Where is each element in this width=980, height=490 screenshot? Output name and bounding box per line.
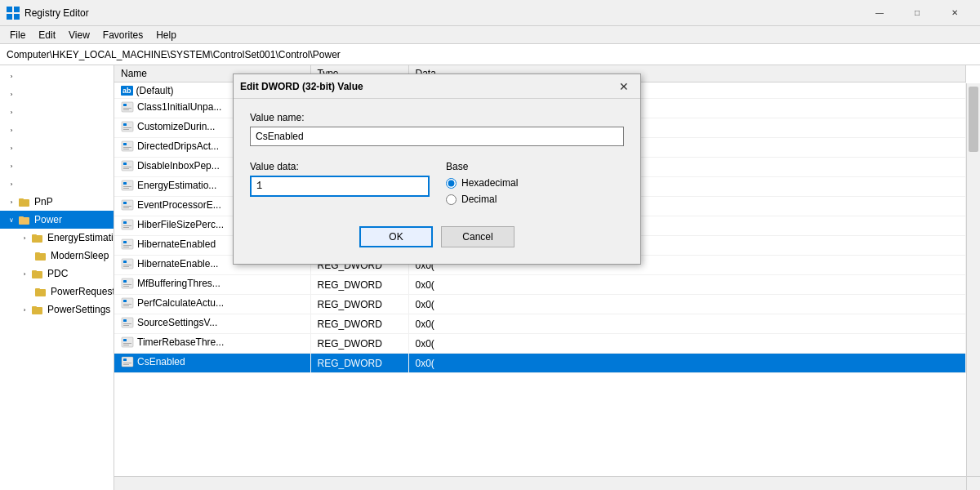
ps-arrow: ›: [20, 306, 29, 314]
menu-bar: File Edit View Favorites Help: [0, 26, 980, 44]
ps-label: PowerSettings: [47, 304, 110, 315]
energy-arrow: ›: [20, 234, 29, 242]
ps-folder-icon: [31, 304, 44, 315]
svg-rect-3: [14, 14, 20, 20]
pnp-label: PnP: [34, 196, 53, 207]
menu-file[interactable]: File: [3, 28, 32, 42]
window-controls: — □ ✕: [861, 0, 973, 26]
svg-rect-0: [7, 7, 12, 12]
pr-label: PowerRequestOverride: [51, 286, 114, 297]
right-pane: Name Type Data ab(Default)REG_SZ(valu Cl…: [114, 65, 980, 490]
title-bar: Registry Editor — □ ✕: [0, 0, 980, 26]
radio-decimal[interactable]: Decimal: [446, 194, 518, 205]
radio-hexadecimal[interactable]: Hexadecimal: [446, 177, 518, 189]
tree-stub-2: ›: [0, 85, 114, 103]
ms-label: ModernSleep: [51, 250, 109, 261]
ms-folder-icon: [34, 250, 47, 261]
value-name-label: Value name:: [250, 112, 624, 123]
ok-button[interactable]: OK: [359, 226, 433, 247]
cancel-button[interactable]: Cancel: [441, 226, 514, 247]
arrow-2: ›: [7, 91, 16, 98]
pr-folder-icon: [34, 286, 47, 297]
power-arrow: ∨: [7, 216, 16, 224]
tree-item-power[interactable]: ∨ Power: [0, 211, 114, 229]
main-content: › › › › › › › › PnP: [0, 65, 980, 490]
hex-label: Hexadecimal: [461, 177, 518, 189]
dialog-buttons: OK Cancel: [250, 226, 624, 251]
dialog-title-bar: Edit DWORD (32-bit) Value ✕: [234, 74, 640, 99]
svg-rect-11: [35, 252, 40, 255]
arrow-1: ›: [7, 73, 16, 80]
svg-rect-17: [32, 306, 37, 309]
value-name-input[interactable]: [250, 127, 624, 146]
value-data-section: Value data:: [250, 161, 430, 210]
dialog-close-button[interactable]: ✕: [614, 78, 634, 96]
tree-stub-4: ›: [0, 121, 114, 139]
energy-folder-icon: [31, 232, 44, 243]
svg-rect-5: [19, 198, 24, 201]
dialog-title: Edit DWORD (32-bit) Value: [240, 81, 614, 92]
pdc-arrow: ›: [20, 270, 29, 278]
address-bar: Computer\HKEY_LOCAL_MACHINE\SYSTEM\Contr…: [0, 44, 980, 65]
dec-label: Decimal: [461, 194, 497, 205]
tree-item-pnp[interactable]: › PnP: [0, 193, 114, 211]
registry-path: Computer\HKEY_LOCAL_MACHINE\SYSTEM\Contr…: [7, 49, 341, 60]
pdc-label: PDC: [47, 268, 68, 279]
value-data-label: Value data:: [250, 161, 430, 172]
svg-rect-13: [32, 270, 37, 273]
app-icon: [7, 7, 20, 20]
svg-rect-9: [32, 234, 37, 237]
svg-rect-1: [14, 7, 20, 12]
dialog-data-row: Value data: Base Hexadecimal Decim: [250, 161, 624, 210]
dialog-overlay: Edit DWORD (32-bit) Value ✕ Value name: …: [114, 65, 980, 490]
arrow-5: ›: [7, 145, 16, 152]
arrow-4: ›: [7, 127, 16, 134]
menu-help[interactable]: Help: [149, 28, 183, 42]
base-group: Base Hexadecimal Decimal: [446, 161, 518, 210]
power-label: Power: [34, 214, 62, 225]
tree-stub-5: ›: [0, 139, 114, 157]
pnp-arrow: ›: [7, 198, 16, 206]
dialog-body: Value name: Value data: Base Hexadecimal: [234, 99, 640, 264]
svg-rect-2: [7, 14, 12, 20]
menu-edit[interactable]: Edit: [32, 28, 62, 42]
close-button[interactable]: ✕: [936, 0, 973, 26]
base-legend: Base: [446, 161, 468, 172]
arrow-6: ›: [7, 163, 16, 170]
tree-item-powersettings[interactable]: › PowerSettings: [0, 301, 114, 318]
power-folder-icon: [18, 214, 31, 225]
pdc-folder-icon: [31, 268, 44, 279]
svg-rect-15: [35, 288, 40, 291]
tree-item-energy[interactable]: › EnergyEstimation: [0, 229, 114, 247]
tree-stub-6: ›: [0, 157, 114, 175]
menu-favorites[interactable]: Favorites: [96, 28, 149, 42]
maximize-button[interactable]: □: [898, 0, 936, 26]
app-title: Registry Editor: [24, 7, 861, 19]
tree-item-modernsleep[interactable]: ModernSleep: [0, 247, 114, 265]
svg-rect-7: [19, 216, 24, 219]
pnp-folder-icon: [18, 196, 31, 207]
tree-stub-3: ›: [0, 103, 114, 121]
menu-view[interactable]: View: [62, 28, 96, 42]
tree-stub-7: ›: [0, 175, 114, 193]
energy-label: EnergyEstimation: [47, 232, 114, 243]
arrow-3: ›: [7, 109, 16, 116]
tree-item-powerrequest[interactable]: PowerRequestOverride: [0, 283, 114, 301]
tree-item-pdc[interactable]: › PDC: [0, 265, 114, 283]
arrow-7: ›: [7, 180, 16, 188]
tree-stub-1: ›: [0, 67, 114, 85]
minimize-button[interactable]: —: [861, 0, 898, 26]
tree-pane: › › › › › › › › PnP: [0, 65, 114, 490]
edit-dword-dialog: Edit DWORD (32-bit) Value ✕ Value name: …: [233, 74, 641, 265]
value-data-input[interactable]: [250, 176, 430, 197]
